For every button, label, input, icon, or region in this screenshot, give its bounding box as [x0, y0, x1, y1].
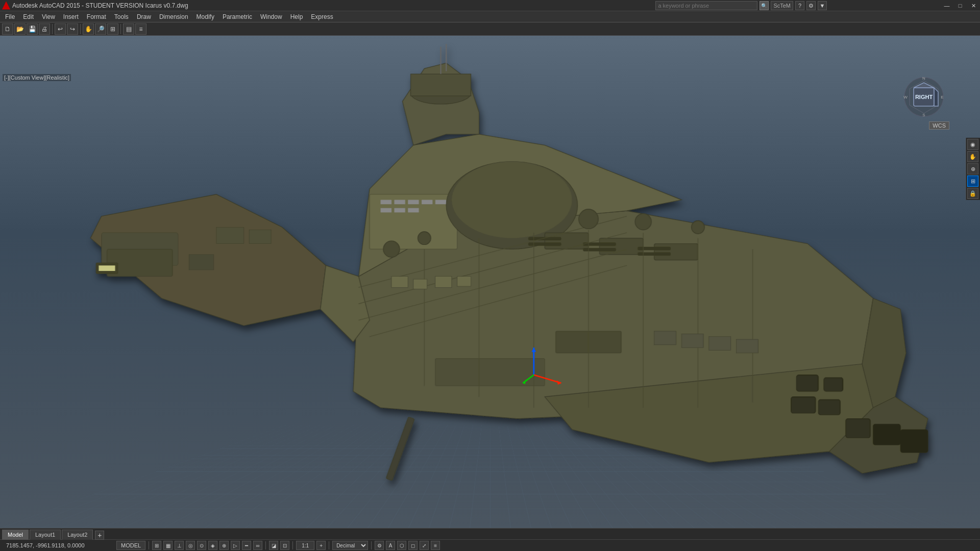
isolate-btn[interactable]: ◻: [408, 541, 418, 550]
svg-rect-35: [824, 378, 843, 391]
menu-express[interactable]: Express: [307, 11, 337, 22]
open-button[interactable]: 📂: [14, 23, 26, 35]
svg-rect-57: [391, 277, 408, 287]
scale-up[interactable]: +: [316, 541, 326, 550]
ducs-toggle[interactable]: ⊕: [219, 541, 229, 550]
svg-rect-29: [583, 248, 616, 251]
pan-button[interactable]: ✋: [83, 23, 94, 35]
orbit-button[interactable]: ◉: [967, 139, 978, 150]
workspace-btn[interactable]: ⚙: [375, 541, 384, 550]
otrack-toggle[interactable]: ◈: [208, 541, 217, 550]
wcs-label[interactable]: WCS: [929, 121, 949, 130]
svg-rect-30: [638, 247, 671, 250]
zoom-extents-button[interactable]: ⊞: [967, 176, 978, 187]
new-button[interactable]: 🗋: [2, 23, 13, 35]
save-button[interactable]: 💾: [27, 23, 38, 35]
osnap-toggle[interactable]: ⊙: [197, 541, 206, 550]
hardware-btn[interactable]: ⬡: [397, 541, 406, 550]
menu-draw[interactable]: Draw: [133, 11, 155, 22]
close-button[interactable]: ✕: [967, 0, 980, 11]
ortho-toggle[interactable]: ⊥: [175, 541, 184, 550]
ship-model: [0, 36, 980, 528]
grid-toggle[interactable]: ⊞: [152, 541, 161, 550]
layer-button[interactable]: ▤: [123, 23, 134, 35]
svg-rect-39: [873, 424, 901, 445]
menu-window[interactable]: Window: [256, 11, 286, 22]
view-cube[interactable]: RIGHT N S E W: [903, 77, 944, 117]
customize-btn[interactable]: ≡: [431, 541, 440, 550]
svg-point-67: [579, 209, 599, 229]
tabs-area: Model Layout1 Layout2 +: [0, 529, 104, 540]
menu-format[interactable]: Format: [83, 11, 110, 22]
redo-button[interactable]: ↪: [67, 23, 78, 35]
svg-rect-36: [791, 397, 816, 413]
menu-insert[interactable]: Insert: [59, 11, 83, 22]
dyn-toggle[interactable]: ▷: [231, 541, 240, 550]
units-dropdown[interactable]: Decimal Architectural Engineering Fracti…: [332, 541, 368, 550]
add-tab-button[interactable]: +: [95, 531, 104, 540]
print-button[interactable]: 🖨: [39, 23, 50, 35]
qp-toggle[interactable]: ◪: [269, 541, 278, 550]
svg-rect-26: [528, 237, 561, 240]
scale-display: 1:1: [296, 541, 314, 550]
menu-file[interactable]: File: [1, 11, 19, 22]
svg-rect-31: [638, 253, 671, 256]
svg-rect-18: [381, 208, 391, 213]
svg-point-69: [692, 220, 705, 234]
svg-rect-15: [408, 200, 419, 205]
window-controls[interactable]: — □ ✕: [940, 0, 980, 11]
lw-toggle[interactable]: ━: [242, 541, 251, 550]
svg-rect-63: [709, 337, 731, 350]
fullscreen-btn[interactable]: ⤢: [420, 541, 429, 550]
user-label: ScTeM: [771, 1, 793, 10]
search-button[interactable]: 🔍: [760, 1, 769, 10]
app-icon: [2, 2, 10, 10]
zoom-button[interactable]: 🔎: [95, 23, 106, 35]
maximize-button[interactable]: □: [953, 0, 967, 11]
tab-layout1[interactable]: Layout1: [30, 530, 61, 540]
svg-rect-27: [528, 242, 561, 245]
sep3: [120, 24, 121, 34]
menu-parametric[interactable]: Parametric: [218, 11, 256, 22]
svg-rect-60: [457, 277, 471, 286]
minimize-button[interactable]: —: [940, 0, 953, 11]
menu-edit[interactable]: Edit: [19, 11, 38, 22]
svg-rect-24: [599, 238, 643, 255]
zoom-view-button[interactable]: ⊕: [967, 163, 978, 174]
polar-toggle[interactable]: ◎: [186, 541, 195, 550]
settings-button[interactable]: ⚙: [806, 1, 816, 10]
svg-text:RIGHT: RIGHT: [915, 94, 933, 100]
model-space-label[interactable]: MODEL: [116, 541, 145, 550]
svg-rect-61: [654, 331, 676, 345]
snap-toggle[interactable]: ▦: [163, 541, 173, 550]
svg-rect-9: [411, 74, 471, 96]
tab-layout2[interactable]: Layout2: [62, 530, 93, 540]
menu-help[interactable]: Help: [286, 11, 307, 22]
svg-point-22: [452, 162, 572, 238]
view-lock-button[interactable]: 🔒: [967, 188, 978, 199]
svg-rect-32: [435, 359, 545, 386]
menu-view[interactable]: View: [38, 11, 59, 22]
match-button[interactable]: ⊞: [107, 23, 118, 35]
svg-rect-13: [381, 200, 391, 205]
menu-tools[interactable]: Tools: [110, 11, 133, 22]
expand-button[interactable]: ▼: [818, 1, 827, 10]
menu-modify[interactable]: Modify: [192, 11, 218, 22]
svg-text:S: S: [922, 113, 925, 117]
undo-button[interactable]: ↩: [55, 23, 66, 35]
svg-point-65: [383, 241, 400, 257]
sc-toggle[interactable]: ⊡: [280, 541, 289, 550]
coordinates-display: 7185.1457, -9961.9118, 0.0000: [2, 542, 114, 548]
help-button[interactable]: ?: [795, 1, 804, 10]
search-input[interactable]: [655, 1, 757, 10]
properties-button[interactable]: ≡: [135, 23, 146, 35]
menu-dimension[interactable]: Dimension: [155, 11, 192, 22]
svg-text:E: E: [941, 95, 943, 99]
status-bar: Model Layout1 Layout2 + 7185.1457, -9961…: [0, 528, 980, 551]
svg-rect-16: [422, 200, 432, 205]
tab-model[interactable]: Model: [2, 530, 29, 540]
tp-toggle[interactable]: ∞: [253, 541, 262, 550]
pan-view-button[interactable]: ✋: [967, 151, 978, 162]
viewport[interactable]: [-][Custom View][Realistic] RIGHT N S E …: [0, 36, 980, 528]
annotation-btn[interactable]: A: [386, 541, 395, 550]
